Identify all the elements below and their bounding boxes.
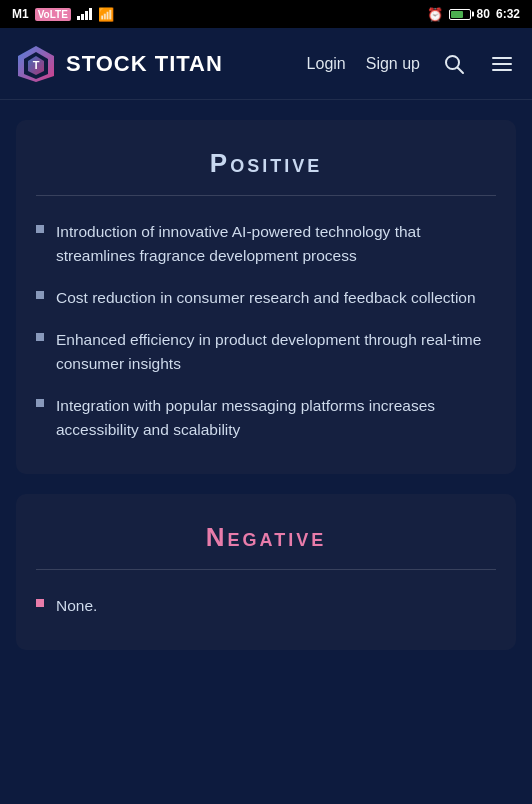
list-item-text: None.	[56, 594, 97, 618]
list-item: None.	[36, 594, 496, 618]
logo-text: STOCK TITAN	[66, 51, 223, 77]
signal-icon	[77, 8, 92, 20]
positive-divider	[36, 195, 496, 196]
navbar: T STOCK TITAN Login Sign up	[0, 28, 532, 100]
logo-icon: T	[16, 44, 56, 84]
carrier-label: M1	[12, 7, 29, 21]
search-icon[interactable]	[440, 50, 468, 78]
bullet-icon	[36, 225, 44, 233]
list-item: Introduction of innovative AI-powered te…	[36, 220, 496, 268]
bullet-icon	[36, 399, 44, 407]
list-item-text: Introduction of innovative AI-powered te…	[56, 220, 496, 268]
network-type-label: VoLTE	[35, 8, 71, 21]
positive-section: Positive Introduction of innovative AI-p…	[16, 120, 516, 474]
battery-icon	[449, 9, 471, 20]
time-label: 6:32	[496, 7, 520, 21]
negative-title: Negative	[36, 522, 496, 553]
list-item-text: Enhanced efficiency in product developme…	[56, 328, 496, 376]
status-bar: M1 VoLTE 📶 ⏰ 80 6:32	[0, 0, 532, 28]
svg-line-5	[458, 67, 464, 73]
list-item-text: Integration with popular messaging platf…	[56, 394, 496, 442]
alarm-icon: ⏰	[427, 7, 443, 22]
bullet-icon	[36, 333, 44, 341]
login-link[interactable]: Login	[307, 55, 346, 73]
negative-list: None.	[36, 594, 496, 618]
svg-text:T: T	[33, 59, 40, 71]
bullet-icon	[36, 291, 44, 299]
nav-links: Login Sign up	[307, 50, 516, 78]
menu-icon[interactable]	[488, 50, 516, 78]
battery-percent: 80	[477, 7, 490, 21]
positive-list: Introduction of innovative AI-powered te…	[36, 220, 496, 442]
negative-section: Negative None.	[16, 494, 516, 650]
list-item: Cost reduction in consumer research and …	[36, 286, 496, 310]
negative-divider	[36, 569, 496, 570]
status-right: ⏰ 80 6:32	[427, 7, 520, 22]
list-item-text: Cost reduction in consumer research and …	[56, 286, 476, 310]
list-item: Integration with popular messaging platf…	[36, 394, 496, 442]
wifi-icon: 📶	[98, 7, 114, 22]
logo-container: T STOCK TITAN	[16, 44, 307, 84]
bullet-icon	[36, 599, 44, 607]
list-item: Enhanced efficiency in product developme…	[36, 328, 496, 376]
main-content: Positive Introduction of innovative AI-p…	[0, 100, 532, 690]
positive-title: Positive	[36, 148, 496, 179]
status-left: M1 VoLTE 📶	[12, 7, 114, 22]
signup-link[interactable]: Sign up	[366, 55, 420, 73]
